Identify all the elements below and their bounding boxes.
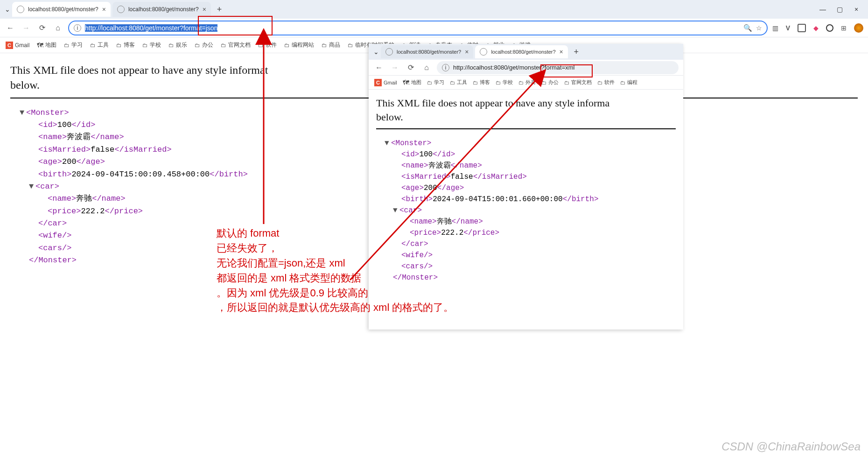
bookmark-item[interactable]: 🗀外卖 <box>518 79 536 86</box>
profile-avatar[interactable] <box>854 23 863 33</box>
toolbar: ← → ⟳ ⌂ i http://localhost:8080/get/mons… <box>369 60 683 76</box>
close-icon[interactable]: × <box>560 48 563 56</box>
bookmark-item[interactable]: 🗀学习 <box>427 79 444 86</box>
home-button[interactable]: ⌂ <box>52 24 63 32</box>
browser-tab[interactable]: localhost:8080/get/monster? × <box>381 45 473 58</box>
bookmark-item[interactable]: 🗀编程网站 <box>284 41 314 49</box>
new-tab-button[interactable]: + <box>570 47 583 57</box>
browser-tab[interactable]: localhost:8080/get/monster? × <box>475 45 567 58</box>
bookmark-item[interactable]: CGmail <box>6 42 29 49</box>
bookmark-item[interactable]: 🗺地图 <box>37 41 56 49</box>
back-button[interactable]: ← <box>5 24 16 32</box>
xml-notice: This XML file does not appear to have an… <box>376 96 676 124</box>
bookmark-item[interactable]: 🗀工具 <box>450 79 467 86</box>
forward-button[interactable]: → <box>389 63 400 72</box>
bookmark-item[interactable]: 🗀官网文档 <box>221 41 251 49</box>
search-icon[interactable]: 🔍 <box>743 24 752 32</box>
browser-tab[interactable]: localhost:8080/get/monster? × <box>112 2 211 17</box>
close-icon[interactable]: × <box>465 48 469 56</box>
share-icon[interactable] <box>798 24 806 32</box>
bookmark-item[interactable]: 🗀软件 <box>597 79 615 86</box>
forward-button[interactable]: → <box>21 24 32 32</box>
tab-strip: ⌄ localhost:8080/get/monster? × localhos… <box>0 0 868 19</box>
puzzle-icon[interactable]: ⊞ <box>841 24 847 32</box>
bookmark-item[interactable]: 🗀商品 <box>322 41 340 49</box>
bookmark-star-icon[interactable]: ☆ <box>756 24 762 32</box>
tabs-dropdown-icon[interactable]: ⌄ <box>3 6 12 13</box>
window-controls: — ▢ × <box>819 6 865 13</box>
reload-button[interactable]: ⟳ <box>36 23 48 32</box>
bookmark-item[interactable]: 🗀工具 <box>90 41 109 49</box>
bookmark-item[interactable]: 🗀官网文档 <box>564 79 592 86</box>
extension-icon[interactable] <box>826 24 833 32</box>
bookmark-item[interactable]: 🗀学校 <box>142 41 161 49</box>
back-button[interactable]: ← <box>373 63 385 72</box>
close-icon[interactable]: × <box>102 6 106 13</box>
tab-title: localhost:8080/get/monster? <box>491 49 555 55</box>
reload-button[interactable]: ⟳ <box>405 63 416 72</box>
collections-icon[interactable]: ▥ <box>772 24 778 32</box>
toolbar: ← → ⟳ ⌂ i http://localhost:8080/get/mons… <box>0 19 868 37</box>
home-button[interactable]: ⌂ <box>421 63 432 72</box>
bookmark-item[interactable]: 🗀办公 <box>195 41 213 49</box>
tabs-dropdown-icon[interactable]: ⌄ <box>371 48 381 56</box>
site-info-icon[interactable]: i <box>74 24 81 32</box>
tab-title: localhost:8080/get/monster? <box>28 6 98 13</box>
bookmark-item[interactable]: 🗀娱乐 <box>168 41 187 49</box>
annotation-text: 默认的 format 已经失效了， 无论我们配置=json,还是 xml 都返回… <box>217 226 454 315</box>
globe-icon <box>117 6 125 13</box>
bookmark-item[interactable]: 🗀办公 <box>541 79 559 86</box>
bookmarks-bar: CGmail🗺地图🗀学习🗀工具🗀博客🗀学校🗀外卖🗀办公🗀官网文档🗀软件🗀编程 <box>369 76 683 90</box>
divider <box>376 128 676 129</box>
new-tab-button[interactable]: + <box>213 5 226 14</box>
maximize-icon[interactable]: ▢ <box>835 6 844 13</box>
pinterest-icon[interactable]: ◆ <box>813 24 819 32</box>
bookmark-item[interactable]: CGmail <box>374 79 397 86</box>
bookmark-item[interactable]: 🗀软件 <box>258 41 277 49</box>
watermark: CSDN @ChinaRainbowSea <box>721 440 861 453</box>
brave-icon[interactable]: V <box>786 24 790 32</box>
address-bar[interactable]: i http://localhost:8080/get/monster?form… <box>68 21 768 35</box>
site-info-icon[interactable]: i <box>442 64 449 71</box>
browser-tab[interactable]: localhost:8080/get/monster? × <box>12 2 111 17</box>
url-text: http://localhost:8080/get/monster?format… <box>85 24 740 32</box>
url-text: http://localhost:8080/get/monster?format… <box>453 64 673 71</box>
globe-icon <box>385 48 393 56</box>
tab-title: localhost:8080/get/monster? <box>128 6 199 13</box>
toolbar-right: ▥ V ◆ ⊞ <box>772 23 863 33</box>
bookmark-item[interactable]: 🗀博客 <box>473 79 490 86</box>
bookmark-item[interactable]: 🗀学校 <box>496 79 513 86</box>
close-icon[interactable]: × <box>203 6 206 13</box>
globe-icon <box>17 6 24 13</box>
bookmark-item[interactable]: 🗀编程 <box>620 79 637 86</box>
bookmark-item[interactable]: 🗀博客 <box>116 41 135 49</box>
close-window-icon[interactable]: × <box>852 6 861 13</box>
bookmark-item[interactable]: 🗀学习 <box>64 41 83 49</box>
minimize-icon[interactable]: — <box>819 6 827 13</box>
tab-strip: ⌄ localhost:8080/get/monster? × localhos… <box>369 44 683 60</box>
bookmark-item[interactable]: 🗺地图 <box>403 79 421 86</box>
tab-title: localhost:8080/get/monster? <box>397 49 461 55</box>
globe-icon <box>480 48 487 56</box>
address-bar[interactable]: i http://localhost:8080/get/monster?form… <box>437 61 679 74</box>
